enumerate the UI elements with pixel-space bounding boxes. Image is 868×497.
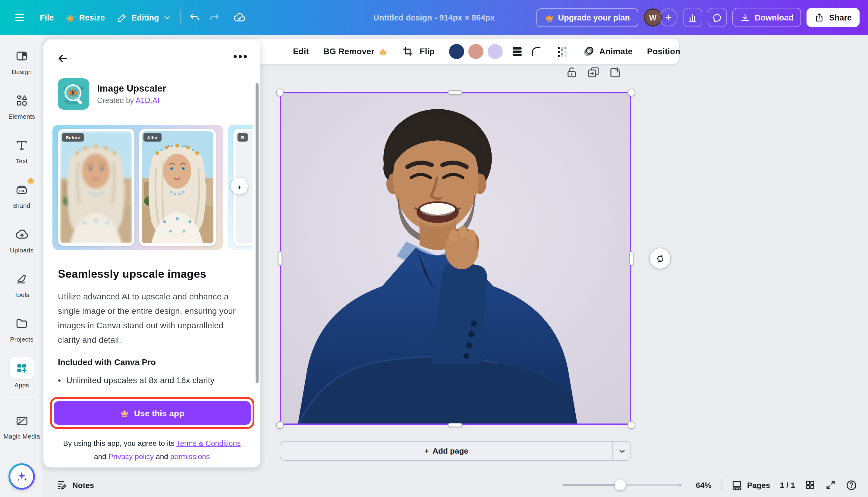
carousel-next-button[interactable]: › [231,178,248,195]
selected-image[interactable] [280,92,631,425]
portrait-photo [280,92,631,425]
editing-label: Editing [131,13,159,22]
privacy-link[interactable]: Privacy policy [109,452,154,460]
insights-button[interactable] [683,8,702,27]
app-description: Utilize advanced AI to upscale and enhan… [58,289,240,347]
crown-icon [66,14,75,22]
share-button[interactable]: Share [807,8,859,27]
stroke-weight-icon [511,46,523,57]
notes-button[interactable]: Notes [57,480,94,491]
terms-text: By using this app, you agree to its Term… [58,437,246,463]
stroke-weight-button[interactable] [511,46,523,57]
crop-button[interactable] [402,45,414,57]
panel-scrollbar[interactable] [255,83,258,383]
after-card [139,129,216,246]
sidebar-item-elements[interactable]: Elements [2,86,42,125]
resize-label: Resize [79,13,105,22]
sparkle-icon [15,470,28,483]
app-logo [58,78,89,110]
back-button[interactable] [57,53,69,67]
carousel-slide: Before [53,125,223,250]
sidebar-item-tools[interactable]: Tools [2,264,42,303]
plus-icon [664,13,673,22]
sidebar-item-brand[interactable]: co Brand [2,175,42,214]
editing-mode-button[interactable]: Editing [111,8,177,27]
included-heading: Included with Canva Pro [58,357,156,367]
upgrade-plan-button[interactable]: Upgrade your plan [536,8,638,27]
sidebar-item-text[interactable]: Text [2,130,42,170]
add-page-dropdown[interactable] [613,442,630,460]
add-member-button[interactable] [659,9,677,27]
resize-handle-top-right[interactable] [627,88,635,96]
edit-image-button[interactable]: Edit [293,46,309,56]
position-button[interactable]: Position [647,46,680,56]
add-page-icon-button[interactable] [609,66,621,81]
after-badge: After [143,133,161,142]
main-menu-button[interactable] [9,6,30,28]
resize-button[interactable]: Resize [60,8,111,27]
zoom-slider[interactable] [563,480,682,491]
fullscreen-button[interactable] [825,480,836,491]
sidebar-item-projects[interactable]: Projects [2,309,42,348]
zoom-level[interactable]: 64% [691,480,712,489]
sidebar-item-apps[interactable]: Apps [2,353,42,393]
permissions-link[interactable]: permissions [170,452,210,460]
page-indicator: 1 / 1 [780,480,795,489]
canva-assistant-button[interactable] [9,463,35,490]
lock-icon [565,66,578,79]
avatar[interactable]: W [644,9,662,27]
sync-reflow-button[interactable] [649,247,671,269]
grid-view-icon [805,480,815,491]
resize-handle-right[interactable] [629,251,633,266]
flip-button[interactable]: Flip [420,46,435,56]
color-swatch-lavender[interactable] [488,44,503,59]
redo-button[interactable] [204,7,224,28]
add-page-button[interactable]: + Add page [280,441,631,461]
comment-icon [712,12,723,23]
transparency-icon [556,45,568,57]
undo-button[interactable] [184,7,204,28]
comments-button[interactable] [708,8,727,27]
resize-handle-bottom-right[interactable] [627,421,635,429]
grid-view-button[interactable] [805,480,815,491]
help-button[interactable] [846,479,857,491]
projects-icon [10,314,33,333]
download-icon [740,13,750,22]
animate-button[interactable]: Animate [582,45,632,58]
apps-icon [10,357,34,379]
duplicate-page-button[interactable] [587,66,600,81]
resize-handle-top[interactable] [448,90,462,94]
design-icon [10,46,33,66]
lock-button[interactable] [565,66,578,81]
sidebar-item-uploads[interactable]: Uploads [2,219,42,259]
color-swatch-salmon[interactable] [468,44,484,59]
more-options-button[interactable]: ••• [233,51,248,63]
footer-divider [721,479,722,491]
sidebar-item-magic-media[interactable]: Magic Media [2,406,42,445]
resize-handle-left[interactable] [278,251,282,266]
app-creator: Created by A1D.AI [97,96,166,105]
resize-handle-bottom-left[interactable] [276,421,284,429]
use-this-app-button[interactable]: Use this app [54,401,251,425]
page-controls [565,66,621,81]
duplicate-icon [587,66,600,79]
pages-button[interactable]: Pages [731,479,770,491]
color-swatch-navy[interactable] [449,44,464,59]
creator-link[interactable]: A1D.AI [136,96,159,105]
corner-rounding-button[interactable] [530,45,542,57]
preview-carousel[interactable]: Before [53,125,253,250]
download-button[interactable]: Download [732,8,801,27]
resize-handle-top-left[interactable] [276,88,284,96]
terms-link[interactable]: Terms & Conditions [176,439,240,448]
file-menu-button[interactable]: File [34,8,60,27]
zoom-slider-thumb[interactable] [615,480,626,491]
save-status-button[interactable] [229,6,250,29]
transparency-button[interactable] [556,45,568,57]
design-title[interactable]: Untitled design - 914px × 864px [374,0,495,35]
bg-remover-button[interactable]: BG Remover [323,46,388,56]
sidebar-divider [9,399,35,399]
sidebar-item-design[interactable]: Design [2,41,42,81]
chevron-down-icon [618,447,625,455]
resize-handle-bottom[interactable] [448,423,462,427]
notes-icon [57,480,68,491]
